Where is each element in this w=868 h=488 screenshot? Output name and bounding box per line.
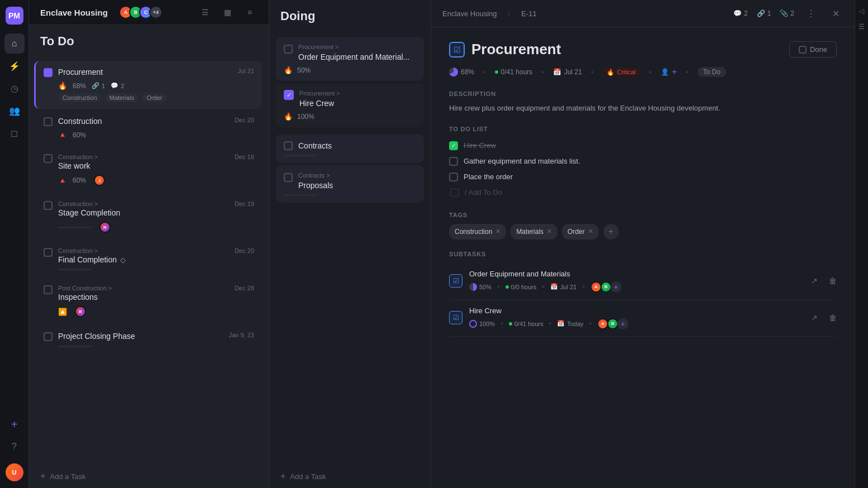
detail-content: ☑ Procurement Done 68% • 0/41 hours • — [431, 27, 855, 488]
assignee-chip[interactable]: 👤 + — [661, 67, 677, 77]
tag-chip-order: Order ✕ — [562, 224, 599, 240]
attachments-badge[interactable]: 📎 2 — [780, 9, 794, 17]
todo-list-label: TO DO LIST — [449, 126, 837, 132]
tag-add-button[interactable]: + — [603, 224, 619, 240]
close-button[interactable]: ✕ — [828, 6, 843, 21]
user-icon-detail: 👤 — [661, 68, 669, 76]
subtasks-list: ☑ Order Equipment and Materials 50% • 0 — [449, 263, 837, 337]
task-stage-completion[interactable]: Construction > Stage Completion Dec 19 R — [36, 194, 262, 240]
activity-icon[interactable]: ⚡ — [4, 56, 25, 76]
task-date-construction: Dec 20 — [235, 117, 254, 123]
todo-checkbox-gather-equipment[interactable] — [449, 157, 458, 166]
subtask-assignee-1b: B — [600, 281, 612, 293]
add-icon[interactable]: + — [4, 414, 25, 434]
help-icon[interactable]: ? — [4, 437, 25, 457]
task-checkbox-final-completion[interactable] — [44, 248, 53, 257]
subtask-add-assignee-2[interactable]: + — [617, 318, 628, 329]
checkbox-hire-crew[interactable]: ✓ — [284, 90, 294, 100]
task-checkbox-procurement[interactable] — [44, 68, 53, 77]
doing-task-proposals[interactable]: Contracts > Proposals — [276, 165, 424, 203]
progress-icon-order-equipment — [469, 283, 477, 291]
subtask-name-order-equipment: Order Equipment and Materials — [469, 270, 804, 278]
comment-icon-detail: 💬 — [733, 9, 742, 17]
task-final-completion[interactable]: Construction > Final Completion ◇ Dec 20 — [36, 241, 262, 277]
done-checkbox[interactable] — [799, 46, 807, 54]
detail-title-row: ☑ Procurement Done — [449, 41, 837, 58]
priority-badge[interactable]: 🔥 Critical — [602, 68, 640, 77]
menu-toggle-button[interactable]: ☰ — [197, 4, 213, 20]
todo-checkbox-hire-crew[interactable]: ✓ — [449, 141, 458, 150]
doing-title: Doing — [280, 9, 419, 23]
subtask-delete-hire-crew[interactable]: 🗑 — [829, 313, 837, 322]
hours-chip: 0/41 hours — [495, 68, 533, 76]
briefcase-icon[interactable]: ◻ — [4, 123, 25, 143]
more-options-button[interactable]: ⋮ — [803, 6, 819, 21]
fire-icon-priority: 🔥 — [607, 69, 614, 76]
doing-task-order-equipment[interactable]: Procurement > Order Equipment and Materi… — [276, 37, 424, 81]
todo-item-hire-crew: ✓ Hire Crew — [449, 138, 837, 154]
boost-icon-site-work: 🔺 — [58, 176, 67, 185]
task-date-inspections: Dec 28 — [235, 285, 254, 291]
todo-item-place-order: Place the order — [449, 169, 837, 185]
task-procurement[interactable]: Procurement Jul 21 🔥 68% 🔗 1 💬 2 — [34, 61, 262, 109]
doing-column: Doing Procurement > Order Equipment and … — [269, 0, 431, 488]
task-checkbox-stage-completion[interactable] — [44, 201, 53, 210]
tag-remove-order[interactable]: ✕ — [588, 228, 593, 235]
date-chip[interactable]: 📅 Jul 21 — [553, 68, 582, 76]
add-task-button-todo[interactable]: + Add a Task — [29, 465, 269, 488]
subtask-assignee-2b: B — [607, 318, 618, 329]
clock-icon[interactable]: ◷ — [4, 78, 25, 98]
task-checkbox-site-work[interactable] — [44, 154, 53, 163]
checkbox-proposals[interactable] — [284, 173, 293, 182]
subtask-add-assignee-1[interactable]: + — [611, 281, 622, 293]
chart-button[interactable]: ▦ — [220, 4, 235, 20]
task-checkbox-inspections[interactable] — [44, 285, 53, 294]
task-parent-final-completion: Construction > — [58, 247, 229, 254]
task-site-work[interactable]: Construction > Site work Dec 16 🔺 60% J — [36, 147, 262, 193]
task-meta-project-closing — [58, 346, 254, 347]
task-inspections[interactable]: Post Construction > Inspections Dec 28 🔼… — [36, 278, 262, 324]
boost-icon-construction: 🔺 — [58, 131, 67, 139]
avatar[interactable]: U — [6, 463, 23, 481]
status-dot — [495, 70, 498, 74]
app-logo[interactable]: PM — [6, 7, 23, 25]
tag-remove-construction[interactable]: ✕ — [495, 228, 500, 235]
subtask-link-order-equipment[interactable]: ↗ — [811, 276, 818, 285]
project-topbar: Enclave Housing A B C +4 ☰ ▦ ≡ — [29, 0, 269, 25]
task-checkbox-project-closing[interactable] — [44, 332, 53, 341]
home-icon[interactable]: ⌂ — [4, 34, 25, 54]
done-button[interactable]: Done — [789, 41, 837, 58]
people-icon[interactable]: 👥 — [4, 101, 25, 121]
checkbox-order-equipment[interactable] — [284, 45, 293, 54]
status-badge[interactable]: To Do — [698, 67, 726, 77]
add-task-button-doing[interactable]: + Add a Task — [269, 465, 431, 488]
add-todo-row[interactable]: / Add To Do — [449, 185, 837, 200]
progress-chip: 68% — [449, 68, 474, 76]
todo-list-items: ✓ Hire Crew Gather equipment and materia… — [449, 138, 837, 200]
doing-task-contracts[interactable]: Contracts — [276, 134, 424, 163]
subtask-hire-crew: ☑ Hire Crew 100% • 0/41 hours — [449, 300, 837, 337]
todo-checkbox-place-order[interactable] — [449, 173, 458, 181]
right-toggle-1[interactable]: ◁ — [856, 6, 867, 17]
checkbox-contracts[interactable] — [284, 141, 293, 150]
assignee-avatar-stage-completion: R — [99, 222, 111, 233]
fire-icon-procurement: 🔥 — [58, 82, 67, 90]
todo-task-list: Procurement Jul 21 🔥 68% 🔗 1 💬 2 — [29, 55, 269, 465]
task-name-procurement: Procurement — [58, 68, 232, 76]
task-name-final-completion: Final Completion ◇ — [58, 255, 229, 264]
subtask-link-hire-crew[interactable]: ↗ — [811, 313, 818, 322]
comments-badge[interactable]: 💬 2 — [733, 9, 748, 17]
task-checkbox-construction[interactable] — [44, 117, 53, 126]
add-assignee-icon[interactable]: + — [672, 67, 677, 77]
tag-label-construction: Construction — [455, 228, 492, 236]
task-construction[interactable]: Construction Dec 20 🔺 60% — [36, 110, 262, 146]
tag-remove-materials[interactable]: ✕ — [547, 228, 552, 235]
task-project-closing[interactable]: Project Closing Phase Jan 9, 23 — [36, 325, 262, 354]
status-dot-hire-crew — [509, 322, 512, 326]
subtask-delete-order-equipment[interactable]: 🗑 — [829, 276, 837, 285]
done-label: Done — [810, 45, 827, 54]
right-toggle-2[interactable]: ☰ — [856, 21, 867, 32]
doing-task-hire-crew[interactable]: ✓ Procurement > Hire Crew 🔥 100% — [276, 83, 424, 127]
list-button[interactable]: ≡ — [242, 4, 257, 20]
links-badge[interactable]: 🔗 1 — [757, 9, 771, 17]
